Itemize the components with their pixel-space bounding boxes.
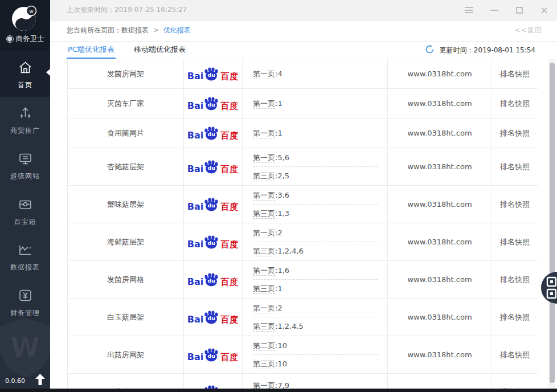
keyword-text: 发菌房网格: [107, 275, 144, 284]
site-url: www.0318ht.com: [407, 350, 472, 359]
scrollbar-thumb[interactable]: [550, 63, 555, 383]
keyword-text: 出菇房网架: [107, 350, 144, 359]
report-chart-icon: [18, 242, 33, 258]
baidu-logo: Baidu百度: [187, 97, 239, 111]
table-row: 海鲜菇层架 Baidu百度 第一页:2第三页:1,2,4,6 www.0318h…: [68, 223, 538, 261]
rank-separator: [253, 354, 378, 355]
site-url: www.0318ht.com: [407, 313, 472, 321]
rank-separator: [253, 204, 378, 205]
rank-line: 第一页:4: [253, 69, 378, 79]
sidebar-item-label: 超级网站: [10, 172, 40, 181]
brand-name: 商务卫士: [16, 34, 44, 44]
sidebar-item-label: 百宝箱: [14, 217, 36, 227]
snapshot-link[interactable]: 排名快照: [500, 238, 530, 246]
menu-icon[interactable]: [464, 5, 474, 15]
snapshot-link[interactable]: 排名快照: [500, 129, 530, 137]
table-row: 出菇房网架 Baidu百度 第二页:10第三页:10 www.0318ht.co…: [68, 336, 538, 374]
snapshot-link[interactable]: 排名快照: [500, 275, 530, 284]
rank-line: 第三页:1,3: [253, 209, 378, 218]
snapshot-link[interactable]: 排名快照: [500, 313, 530, 321]
rank-line: 第二页:10: [253, 341, 378, 350]
rank-line: 第一页:2: [253, 228, 378, 238]
snapshot-link[interactable]: 排名快照: [500, 200, 530, 209]
rank-line: 第三页:1: [253, 284, 378, 293]
window-controls: ×: [464, 5, 557, 15]
sidebar-nav: 首页 商贸推广 超级网站: [0, 51, 50, 325]
sidebar-item-website[interactable]: 超级网站: [0, 142, 50, 188]
breadcrumb-current-link[interactable]: 优化报表: [163, 26, 191, 34]
rank-line: 第一页:7,9: [253, 381, 378, 389]
baidu-logo: Baidu百度: [187, 67, 239, 81]
keyword-text: 发菌房网架: [107, 70, 144, 78]
site-url: www.0318ht.com: [407, 129, 472, 137]
keyword-text: 海鲜菇层架: [107, 238, 144, 246]
sidebar-item-home[interactable]: 首页: [0, 51, 50, 97]
site-url: www.0318ht.com: [407, 99, 472, 108]
brand-logo: w 商务卫士: [0, 0, 50, 51]
sidebar-item-label: 商贸推广: [10, 126, 40, 136]
keyword-text: 蟹味菇层架: [107, 200, 144, 209]
report-table: 发菌房网架 Baidu百度 第一页:4 www.0318ht.com 排名快照 …: [67, 59, 538, 389]
breadcrumb: 您当前所在页面：数据报表 > 优化报表 <<返回: [50, 20, 557, 42]
back-to-top-arrow-icon[interactable]: [35, 374, 45, 387]
finance-icon: [18, 288, 33, 303]
titlebar: 上次登录时间：2019-07-25 16:25:27 ×: [50, 0, 557, 20]
sidebar-item-toolbox[interactable]: 百宝箱: [0, 188, 50, 234]
rank-line: 第一页:1: [253, 128, 378, 138]
sidebar-item-promotion[interactable]: 商贸推广: [0, 97, 50, 142]
sidebar-item-finance[interactable]: 财务管理: [0, 279, 50, 325]
baidu-paw-icon: du: [204, 126, 219, 140]
qr-code-icon: [546, 276, 557, 299]
baidu-logo: Baidu百度: [187, 273, 239, 287]
snapshot-link[interactable]: 排名快照: [500, 162, 530, 171]
rank-separator: [253, 242, 378, 242]
snapshot-link[interactable]: 排名快照: [500, 70, 530, 78]
sidebar-item-label: 财务管理: [10, 308, 40, 318]
snapshot-link[interactable]: 排名快照: [500, 350, 530, 359]
baidu-paw-icon: du: [204, 198, 219, 211]
rank-separator: [253, 317, 378, 317]
svg-text:W: W: [11, 332, 40, 363]
site-url: www.0318ht.com: [407, 200, 472, 209]
rank-line: 第三页:10: [253, 359, 378, 369]
window-bottom-edge: [0, 389, 557, 392]
baidu-paw-icon: du: [204, 311, 219, 324]
breadcrumb-prefix: 您当前所在页面：: [67, 26, 121, 34]
close-icon[interactable]: ×: [539, 5, 549, 15]
table-row: 发菌房网格 Baidu百度 第一页:1,6第三页:1 www.0318ht.co…: [68, 261, 538, 299]
minimize-icon[interactable]: [489, 5, 499, 15]
table-row: 蟹味菇层架 Baidu百度 第一页:3,6第三页:1,3 www.0318ht.…: [68, 186, 538, 223]
snapshot-link[interactable]: 排名快照: [500, 99, 530, 108]
baidu-paw-icon: du: [204, 160, 219, 174]
rank-line: 第三页:2,5: [253, 171, 378, 181]
table-row: 杏鲍菇层架 Baidu百度 第一页:5,6第三页:2,5 www.0318ht.…: [68, 148, 538, 186]
keyword-text: 白玉菇层架: [107, 313, 144, 321]
sidebar-item-reports[interactable]: 数据报表: [0, 234, 50, 279]
promotion-icon: [18, 105, 33, 121]
rank-line: 第一页:1,6: [253, 266, 378, 275]
rank-line: 第三页:1,2,4,6: [253, 246, 378, 256]
back-link[interactable]: <<返回: [515, 26, 542, 35]
maximize-icon[interactable]: [514, 5, 524, 15]
site-url: www.0318ht.com: [407, 275, 472, 284]
brand-badge-icon: [6, 35, 14, 43]
update-time-text: 更新时间：2019-08-01 15:54: [440, 46, 535, 55]
rank-separator: [253, 279, 378, 280]
site-url: www.0318ht.com: [407, 162, 472, 171]
baidu-logo: Baidu百度: [187, 348, 239, 362]
rank-separator: [253, 166, 378, 167]
sidebar-item-label: 数据报表: [10, 263, 40, 272]
refresh-icon[interactable]: [425, 44, 435, 56]
site-url: www.0318ht.com: [407, 70, 472, 78]
tab-mobile-report[interactable]: 移动端优化报表: [133, 42, 187, 59]
watermark-shield: W: [0, 316, 54, 381]
table-row: 热镀锌层架 Baidu百度 第一页:7,9 www.0318ht.com 排名快…: [68, 374, 538, 389]
baidu-logo: Baidu百度: [187, 198, 239, 211]
table-row: 白玉菇层架 Baidu百度 第一页:2第三页:1,2,4,5 www.0318h…: [68, 299, 538, 336]
main-content: 您当前所在页面：数据报表 > 优化报表 <<返回 PC端优化报表 移动端优化报表…: [50, 20, 557, 389]
keyword-text: 灭菌车厂家: [107, 99, 144, 108]
tab-pc-report[interactable]: PC端优化报表: [67, 42, 116, 59]
table-row: 发菌房网架 Baidu百度 第一页:4 www.0318ht.com 排名快照: [68, 59, 538, 89]
breadcrumb-section: 数据报表: [121, 26, 149, 34]
breadcrumb-arrow: >: [153, 26, 159, 34]
